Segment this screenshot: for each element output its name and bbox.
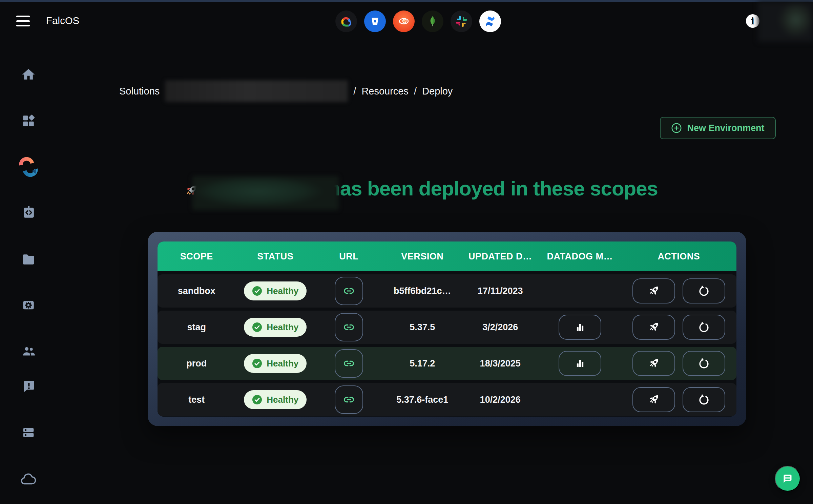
sidebar-item-settings[interactable] — [21, 298, 36, 312]
redeploy-refresh-button[interactable] — [683, 351, 725, 376]
version-cell: 5.37.5 — [383, 322, 462, 333]
sidebar-item-code[interactable] — [22, 205, 36, 219]
url-link-button[interactable] — [335, 313, 363, 341]
rocket-icon — [646, 319, 662, 335]
refresh-rotate-icon — [696, 392, 711, 407]
avatar[interactable] — [758, 2, 813, 42]
url-link-button[interactable] — [335, 277, 363, 305]
scope-label: stag — [187, 322, 206, 333]
deploy-rocket-button[interactable] — [632, 315, 675, 340]
deploy-rocket-button[interactable] — [632, 278, 675, 303]
url-cell — [315, 349, 383, 378]
version-cell: 5.37.6-face1 — [383, 395, 462, 405]
status-badge: Healthy — [244, 281, 307, 300]
status-badge: Healthy — [244, 318, 307, 337]
updated-date-label: 17/11/2023 — [478, 286, 523, 296]
mongodb-icon[interactable] — [422, 10, 443, 32]
updated-date-cell: 10/2/2026 — [462, 395, 539, 405]
refresh-rotate-icon — [696, 356, 711, 371]
datadog-cell — [538, 315, 621, 340]
scope-label: prod — [186, 358, 207, 369]
plus-circle-icon — [671, 123, 682, 133]
redacted-resource-name — [192, 176, 339, 210]
scope-cell: prod — [158, 358, 236, 369]
url-cell — [315, 385, 383, 414]
table-row: prod Healthy — [158, 347, 736, 380]
sidebar-item-alerts[interactable] — [22, 379, 36, 393]
url-cell — [315, 277, 383, 305]
sidebar-item-servers[interactable] — [21, 425, 36, 440]
breadcrumb-deploy[interactable]: Deploy — [422, 86, 453, 97]
confluence-icon[interactable] — [479, 10, 501, 32]
redeploy-refresh-button[interactable] — [683, 387, 725, 412]
actions-cell — [621, 387, 736, 412]
status-badge: Healthy — [244, 390, 307, 409]
updated-date-label: 3/2/2026 — [482, 322, 518, 333]
actions-cell — [621, 278, 736, 303]
status-cell: Healthy — [236, 318, 315, 337]
status-label: Healthy — [267, 322, 298, 333]
slack-icon[interactable] — [451, 10, 472, 32]
updated-date-cell: 3/2/2026 — [462, 322, 539, 333]
app-launcher-icons — [335, 10, 501, 32]
updated-date-label: 10/2/2026 — [480, 395, 521, 405]
header-status: STATUS — [236, 251, 315, 262]
environments-table: SCOPE STATUS URL VERSION UPDATED D… DATA… — [158, 241, 736, 417]
link-icon — [342, 356, 356, 371]
table-row: sandbox Healthy — [158, 274, 736, 308]
url-link-button[interactable] — [335, 385, 363, 414]
deploy-rocket-button[interactable] — [632, 387, 675, 412]
bitbucket-icon[interactable] — [364, 10, 386, 32]
app-title: FalcOS — [46, 15, 80, 26]
scope-cell: stag — [158, 322, 236, 333]
header-updated-date: UPDATED D… — [462, 251, 539, 262]
breadcrumb-solutions[interactable]: Solutions — [119, 86, 160, 97]
chat-bubble-icon — [780, 471, 795, 486]
rocket-icon — [646, 392, 662, 407]
table-row: test Healthy — [158, 383, 736, 416]
status-cell: Healthy — [236, 354, 315, 373]
updated-date-cell: 18/3/2025 — [462, 358, 539, 369]
bar-chart-icon — [572, 320, 587, 335]
sidebar-item-solutions-logo[interactable] — [19, 157, 38, 177]
header-version: VERSION — [383, 251, 462, 262]
breadcrumb-resources[interactable]: Resources — [361, 86, 409, 97]
check-circle-icon — [252, 395, 262, 405]
datadog-cell — [538, 351, 621, 376]
url-link-button[interactable] — [335, 349, 363, 378]
sidebar-item-folder[interactable] — [21, 252, 36, 267]
version-cell: 5.17.2 — [383, 358, 462, 369]
chat-fab-button[interactable] — [775, 466, 800, 491]
sidebar-item-cloud[interactable] — [20, 473, 37, 486]
header-actions: ACTIONS — [621, 251, 736, 262]
hamburger-menu-icon[interactable] — [16, 16, 30, 26]
link-icon — [342, 393, 356, 407]
status-cell: Healthy — [236, 390, 315, 409]
scope-label: test — [188, 395, 205, 405]
breadcrumb-separator: / — [353, 86, 356, 97]
new-environment-button[interactable]: New Environment — [660, 117, 776, 139]
sidebar-item-dashboard[interactable] — [21, 114, 36, 128]
google-cloud-icon[interactable] — [335, 10, 357, 32]
status-label: Healthy — [267, 286, 298, 296]
datadog-metrics-button[interactable] — [559, 315, 601, 340]
argocd-icon[interactable] — [393, 10, 415, 32]
table-header-row: SCOPE STATUS URL VERSION UPDATED D… DATA… — [158, 241, 736, 271]
redeploy-refresh-button[interactable] — [683, 315, 725, 340]
deploy-rocket-button[interactable] — [632, 351, 675, 376]
redeploy-refresh-button[interactable] — [683, 278, 725, 303]
check-circle-icon — [252, 358, 262, 369]
datadog-cell — [538, 278, 621, 303]
redacted-solution-name — [165, 80, 348, 102]
sidebar-item-home[interactable] — [21, 67, 36, 82]
status-badge: Healthy — [244, 354, 307, 373]
version-label: 5.37.5 — [410, 322, 435, 333]
check-circle-icon — [252, 322, 262, 332]
scope-label: sandbox — [178, 286, 215, 296]
info-icon[interactable]: i — [746, 14, 759, 28]
datadog-metrics-button[interactable] — [559, 351, 601, 376]
breadcrumb: Solutions / Resources / Deploy — [119, 81, 453, 102]
breadcrumb-separator: / — [414, 86, 417, 97]
sidebar-item-teams[interactable] — [21, 344, 36, 358]
refresh-rotate-icon — [696, 284, 711, 298]
